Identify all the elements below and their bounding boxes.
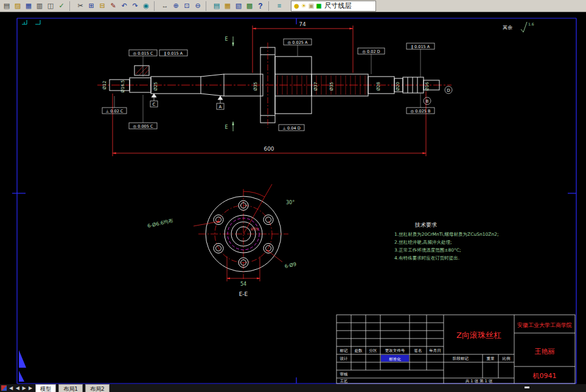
open-button[interactable]: ▨	[12, 1, 23, 11]
tb-col-header: 更改文件号	[385, 348, 405, 353]
tech-req-line[interactable]: 2.丝杠经淬硬,高频淬火处理;	[394, 239, 452, 245]
print-icon: ▥	[37, 2, 43, 9]
pan-button[interactable]: ↔	[159, 1, 170, 11]
tb-col-header: 标记	[340, 348, 349, 353]
dim-overall-length[interactable]: 600	[263, 146, 274, 152]
flange-center-dia[interactable]: Ø35	[251, 227, 259, 231]
gdt-frame-text[interactable]: ∥ 0.015 A	[411, 44, 430, 49]
spell-check-button[interactable]: ✓	[56, 1, 67, 11]
datum-label[interactable]: B	[426, 99, 429, 104]
dia-label[interactable]: Ø37	[313, 82, 318, 91]
tool-palettes-icon: ▧	[235, 2, 242, 9]
tb-designer[interactable]: 王艳丽	[535, 348, 555, 356]
tb-col-header: 签名	[414, 348, 422, 353]
layer-manager-icon: ≡	[277, 2, 281, 9]
tab-layout2[interactable]: 布局2	[85, 384, 110, 392]
flange-span-text[interactable]: 54	[240, 281, 246, 287]
layer-combo[interactable]: ● ☀ ▣ ■ 尺寸线层	[291, 1, 376, 12]
flange-holes-note[interactable]: 6-Ø6.6均布	[147, 217, 173, 229]
zoom-previous-button[interactable]: ⊖	[192, 1, 203, 11]
gdt-leaders	[114, 45, 420, 123]
design-center-button[interactable]: ▦	[222, 1, 233, 11]
tb-organization[interactable]: 安徽工业大学工商学院	[517, 322, 572, 328]
dia-label[interactable]: Ø35	[329, 82, 334, 91]
hyperlink-button[interactable]: ◉	[141, 1, 152, 11]
tech-req-line[interactable]: 4.有特殊要求时应在订货时提出.	[394, 255, 459, 261]
flange-angle-text[interactable]: 30°	[286, 200, 295, 205]
match-properties-button[interactable]: ✎	[108, 1, 119, 11]
gdt-frame-text[interactable]: ⊥ 0.04 D	[282, 126, 300, 131]
db-connect-button[interactable]: ▩	[244, 1, 255, 11]
model-space[interactable]: 74 600 Ø12 Ø16.5 Ø25 Ø35 Ø37 Ø35 Ø28 Ø20…	[0, 12, 586, 384]
tech-req-line[interactable]: 3.正常工作环境温度范围±80°C;	[394, 247, 461, 253]
open-icon: ▨	[15, 2, 21, 9]
gdt-frame-text[interactable]: ◎ 0.02 D	[362, 49, 380, 54]
surface-note-text[interactable]: 其余	[503, 25, 512, 30]
tb-col-header: 分区	[369, 348, 378, 353]
datum-flags[interactable]	[150, 86, 452, 109]
dia-label[interactable]: Ø35	[253, 82, 258, 91]
gdt-frame-text[interactable]: ◎ 0.015 C	[133, 51, 153, 56]
dia-label[interactable]: Ø20	[396, 82, 400, 91]
dia-label[interactable]: Ø28	[376, 82, 381, 91]
tab-model[interactable]: 模型	[35, 384, 56, 392]
print-preview-icon: ◫	[47, 2, 54, 9]
toolbar-separator	[154, 1, 158, 11]
surface-value[interactable]: 1.6	[528, 22, 534, 26]
tb-col-header: 年月日	[429, 348, 441, 353]
zoom-realtime-button[interactable]: ⊕	[170, 1, 181, 11]
properties-button[interactable]: ▤	[211, 1, 222, 11]
datum-label[interactable]: C	[153, 102, 156, 107]
dia-label[interactable]: Ø16.5	[120, 80, 125, 92]
section-letter[interactable]: E	[225, 36, 228, 42]
dia-label[interactable]: Ø12	[102, 81, 107, 89]
copy-button[interactable]: ⊞	[86, 1, 97, 11]
cut-icon: ✂	[77, 2, 83, 9]
zoom-previous-icon: ⊖	[195, 2, 200, 9]
section-letter[interactable]: E	[225, 125, 228, 130]
print-preview-button[interactable]: ◫	[45, 1, 56, 11]
print-button[interactable]: ▥	[34, 1, 45, 11]
dim-nut-length[interactable]: 74	[299, 21, 306, 27]
undo-button[interactable]: ↶	[119, 1, 130, 11]
flange-holes-note-2[interactable]: 6-Ø9	[284, 261, 297, 269]
redo-button[interactable]: ↷	[130, 1, 141, 11]
drawing-canvas[interactable]: 74 600 Ø12 Ø16.5 Ø25 Ø35 Ø37 Ø35 Ø28 Ø20…	[0, 12, 586, 384]
dia-label[interactable]: Ø25	[153, 82, 158, 91]
tb-sheet-note: 共 1 张 第 1 张	[466, 379, 493, 383]
new-file-button[interactable]: ▤	[1, 1, 12, 11]
datum-label[interactable]: A	[219, 105, 222, 109]
tb-part-name[interactable]: Z向滚珠丝杠	[456, 331, 501, 340]
spell-check-icon: ✓	[58, 2, 64, 9]
new-file-icon: ▤	[4, 2, 10, 9]
tb-drawing-no[interactable]: 机0941	[533, 372, 557, 380]
cut-button[interactable]: ✂	[75, 1, 86, 11]
tab-scroll-arrows[interactable]: ◀ ◀ ▶ ▶	[9, 385, 33, 391]
zoom-window-button[interactable]: ⊡	[181, 1, 192, 11]
help-icon: ?	[258, 2, 262, 10]
properties-icon: ▤	[214, 2, 220, 9]
tech-req-line[interactable]: 1.丝杠材质为20CrMnTi,螺母材质为ZCuSn10Zn2;	[394, 232, 498, 237]
save-button[interactable]: ▦	[23, 1, 34, 11]
sun-icon: ☀	[301, 3, 307, 9]
tb-col-header: 处数	[355, 348, 363, 353]
section-title[interactable]: E-E	[239, 291, 248, 297]
layer-manager-button[interactable]: ≡	[274, 1, 285, 11]
zoom-realtime-icon: ⊕	[173, 2, 178, 9]
tool-palettes-button[interactable]: ▧	[233, 1, 244, 11]
gdt-frame-text[interactable]: ◎ 0.025 A	[288, 40, 308, 45]
roughness-symbol-icon	[521, 22, 527, 32]
tab-layout1[interactable]: 布局1	[58, 384, 83, 392]
tech-req-title[interactable]: 技术要求	[414, 222, 437, 228]
gdt-frame-text[interactable]: ◎ 0.025 B	[411, 109, 431, 114]
help-button[interactable]: ?	[255, 1, 266, 11]
dia-label[interactable]: Ø16	[425, 81, 430, 91]
db-connect-icon: ▩	[246, 2, 253, 9]
datum-label[interactable]: D	[447, 88, 450, 93]
tb-row-label: 审核	[340, 372, 349, 377]
paste-button[interactable]: ⊟	[97, 1, 108, 11]
gdt-frame-text[interactable]: ⊥ 0.02 C	[106, 109, 124, 114]
gdt-frame-text[interactable]: ◎ 0.005 C	[133, 124, 153, 129]
redo-icon: ↷	[132, 2, 138, 9]
gdt-frame-text[interactable]: ∥ 0.015 A	[164, 51, 183, 56]
